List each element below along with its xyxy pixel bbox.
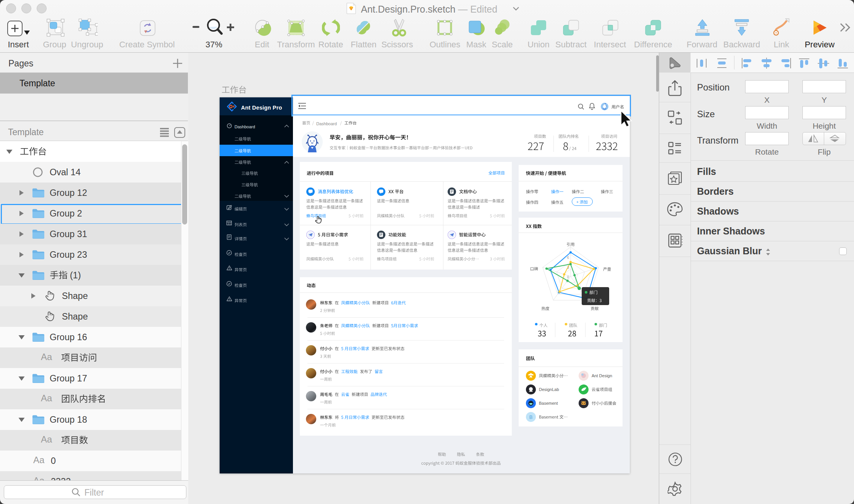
- svg-text:B: B: [529, 414, 533, 420]
